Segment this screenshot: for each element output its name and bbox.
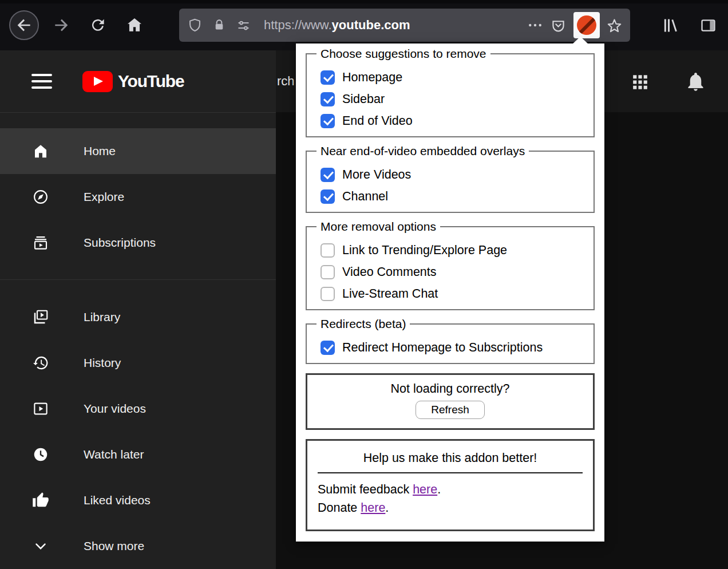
sidebar-section: HomeExploreSubscriptions [0, 113, 276, 266]
option-link-to-trending-explore-page[interactable]: Link to Trending/Explore Page [321, 243, 587, 258]
youtube-logo-text: YouTube [118, 72, 184, 91]
browser-toolbar: https://www.youtube.com [0, 0, 728, 50]
sidebar-item-your-videos[interactable]: Your videos [0, 386, 276, 432]
checkbox-unchecked-icon[interactable] [321, 265, 335, 279]
url-domain: youtube.com [332, 18, 410, 32]
options-group-choose-suggestions-to-remove: Choose suggestions to removeHomepageSide… [306, 47, 595, 137]
site-security-button[interactable] [212, 18, 227, 33]
option-channel[interactable]: Channel [321, 189, 587, 204]
sidebar-item-watch-later[interactable]: Watch later [0, 432, 276, 477]
youtube-sidebar-menu: HomeExploreSubscriptionsLibraryHistoryYo… [0, 112, 276, 569]
youtube-sidebar: YouTube HomeExploreSubscriptionsLibraryH… [0, 50, 276, 569]
checkbox-checked-icon[interactable] [321, 114, 335, 128]
sidebar-toggle-button[interactable] [697, 14, 719, 36]
browser-home-button[interactable] [124, 14, 145, 36]
tracking-shield-button[interactable] [187, 18, 203, 33]
tab-strip [0, 0, 728, 3]
option-homepage[interactable]: Homepage [321, 70, 587, 85]
library-icon [662, 16, 680, 35]
reload-icon [89, 17, 106, 34]
option-label: Link to Trending/Explore Page [342, 243, 507, 258]
checkbox-checked-icon[interactable] [321, 92, 335, 106]
checkbox-unchecked-icon[interactable] [321, 287, 335, 301]
sidebar-item-show-more[interactable]: Show more [0, 523, 276, 569]
option-label: Sidebar [342, 92, 385, 106]
sidebar-item-subscriptions[interactable]: Subscriptions [0, 220, 276, 266]
explore-icon [32, 188, 49, 206]
option-video-comments[interactable]: Video Comments [321, 265, 587, 279]
option-label: Video Comments [342, 265, 437, 279]
search-box-partial[interactable]: rch [277, 74, 295, 89]
back-button[interactable] [9, 10, 39, 40]
youtube-logo[interactable]: YouTube [82, 71, 184, 92]
refresh-button[interactable]: Refresh [416, 401, 485, 419]
bookmark-button[interactable] [606, 17, 623, 34]
apps-button[interactable] [630, 72, 651, 93]
apps-grid-icon [630, 72, 651, 93]
address-text[interactable]: https://www.youtube.com [264, 18, 410, 33]
sidebar-item-explore[interactable]: Explore [0, 174, 276, 220]
subscriptions-icon [32, 234, 49, 251]
sidebar-item-label: Home [84, 144, 116, 158]
sidebar-item-library[interactable]: Library [0, 294, 276, 340]
option-redirect-homepage-to-subscriptions[interactable]: Redirect Homepage to Subscriptions [321, 341, 587, 355]
more-options-icon [527, 17, 543, 33]
options-group-legend: Near end-of-video embedded overlays [316, 144, 529, 158]
checkbox-checked-icon[interactable] [321, 341, 335, 355]
checkbox-checked-icon[interactable] [321, 189, 335, 204]
pocket-button[interactable] [550, 17, 567, 34]
browser-home-icon [125, 16, 144, 34]
url-bar[interactable]: https://www.youtube.com [179, 9, 630, 42]
history-icon [32, 354, 49, 372]
permissions-icon [236, 18, 251, 33]
options-group-legend: Choose suggestions to remove [316, 47, 490, 61]
sidebar-item-label: Show more [84, 539, 144, 553]
sidebar-item-liked-videos[interactable]: Liked videos [0, 477, 276, 523]
options-group-redirects-beta: Redirects (beta)Redirect Homepage to Sub… [306, 317, 595, 364]
checkbox-unchecked-icon[interactable] [321, 243, 335, 258]
back-icon [15, 16, 33, 34]
option-sidebar[interactable]: Sidebar [321, 92, 587, 106]
home-icon [32, 143, 49, 160]
sidebar-item-home[interactable]: Home [0, 128, 276, 174]
sidebar-item-label: Subscriptions [84, 236, 156, 250]
notifications-button[interactable] [685, 70, 707, 93]
url-prefix: https://www. [264, 18, 332, 32]
liked-videos-icon [32, 492, 49, 509]
extension-popup: Choose suggestions to removeHomepageSide… [296, 44, 604, 542]
sidebar-item-label: Explore [84, 190, 124, 204]
lock-icon [212, 18, 227, 33]
sidebar-item-history[interactable]: History [0, 340, 276, 386]
extension-button[interactable] [573, 12, 600, 38]
reload-button[interactable] [87, 14, 109, 36]
option-label: Homepage [342, 70, 402, 85]
refresh-box: Not loading correctly? Refresh [306, 373, 595, 430]
option-label: Live-Stream Chat [342, 287, 438, 301]
youtube-logo-icon [82, 71, 113, 92]
options-group-legend: Redirects (beta) [316, 317, 410, 331]
your-videos-icon [32, 400, 49, 417]
guide-menu-button[interactable] [31, 70, 52, 93]
screen: https://www.youtube.com rch [0, 0, 728, 569]
remove-yt-suggestions-extension-icon [577, 15, 596, 35]
option-end-of-video[interactable]: End of Video [321, 114, 587, 128]
feedback-link[interactable]: here [361, 501, 385, 515]
show-more-icon [32, 538, 49, 555]
option-label: Redirect Homepage to Subscriptions [342, 341, 543, 355]
option-more-videos[interactable]: More Videos [321, 168, 587, 182]
option-label: Channel [342, 189, 388, 204]
feedback-lines: Submit feedback here.Donate here. [318, 483, 583, 515]
library-button[interactable] [659, 14, 682, 36]
forward-icon [52, 16, 70, 34]
option-live-stream-chat[interactable]: Live-Stream Chat [321, 287, 587, 301]
option-label: End of Video [342, 114, 413, 128]
feedback-line: Donate here. [318, 501, 583, 515]
site-permissions-button[interactable] [236, 18, 251, 33]
checkbox-checked-icon[interactable] [321, 70, 335, 85]
feedback-line: Submit feedback here. [318, 483, 583, 497]
options-group-near-end-of-video-embedded-overlays: Near end-of-video embedded overlaysMore … [306, 144, 595, 213]
page-actions-button[interactable] [527, 17, 543, 33]
forward-button[interactable] [50, 14, 72, 36]
feedback-link[interactable]: here [413, 483, 437, 496]
checkbox-checked-icon[interactable] [321, 168, 335, 182]
